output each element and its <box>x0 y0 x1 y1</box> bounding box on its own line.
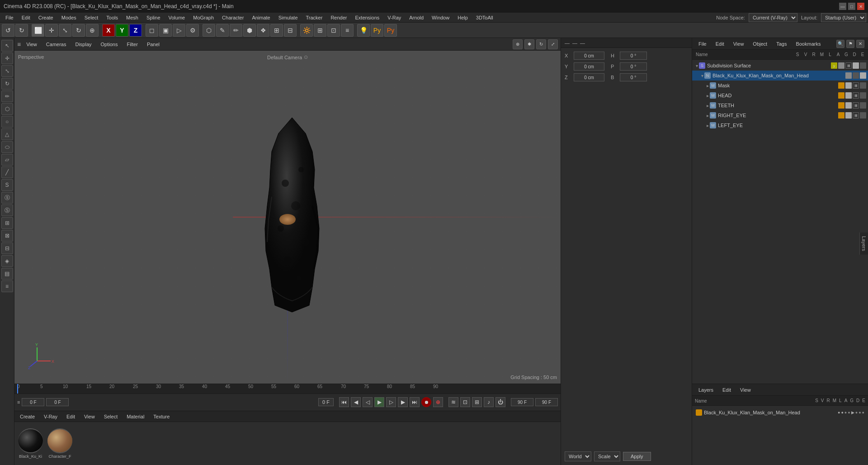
minimize-button[interactable]: — <box>839 3 846 10</box>
menu-render[interactable]: Render <box>327 14 350 21</box>
layer-icon-e[interactable]: ● <box>862 410 864 415</box>
select-tool-button[interactable]: ⬜ <box>32 24 44 37</box>
max-frame-input[interactable]: 90 F <box>535 398 558 406</box>
tool-line[interactable]: ╱ <box>1 166 13 178</box>
menu-spline[interactable]: Spline <box>143 14 164 21</box>
obj-right-eye[interactable]: ▸ M RIGHT_EYE ⊞ <box>692 110 868 120</box>
obj-left-eye[interactable]: ▸ M LEFT_EYE <box>692 120 868 130</box>
obj-mask[interactable]: ▸ M Mask ⊞ <box>692 81 868 90</box>
python2-button[interactable]: Py <box>384 24 397 37</box>
panel-menu[interactable]: Panel <box>143 41 163 48</box>
layer-icon-s[interactable]: ● <box>838 410 840 415</box>
tool-cube[interactable]: ⬡ <box>1 103 13 115</box>
layer-icon-a[interactable]: ▶ <box>851 410 854 415</box>
expand-icon-4[interactable]: ▸ <box>707 103 709 108</box>
close-button[interactable]: ✕ <box>857 3 864 10</box>
layout-select[interactable]: Startup (User) <box>821 13 866 22</box>
timeline2-button[interactable]: ⊞ <box>472 397 482 407</box>
menu-3dtoall[interactable]: 3DToAll <box>472 14 497 21</box>
play-button[interactable]: ▶ <box>374 397 384 407</box>
hamburger-tl[interactable]: ≡ <box>17 399 20 405</box>
mat-texture-menu[interactable]: Texture <box>151 413 172 420</box>
x-axis-button[interactable]: X <box>102 24 115 37</box>
tag-5b[interactable] <box>845 112 852 119</box>
tag-dark-0[interactable] <box>860 62 866 69</box>
viewport-nav-3[interactable]: ↻ <box>536 39 546 49</box>
obj-file-menu[interactable]: File <box>696 40 709 47</box>
tag-white-0[interactable] <box>853 62 859 69</box>
render-settings-button[interactable]: ⚙ <box>186 24 199 37</box>
obj-tags-menu[interactable]: Tags <box>774 40 789 47</box>
snap-button[interactable]: ⊟ <box>284 24 297 37</box>
coord-y-input[interactable]: 0 cm <box>574 62 604 71</box>
tool-move[interactable]: ✛ <box>1 52 13 64</box>
tool-nurbs[interactable]: ⓢ <box>1 192 13 204</box>
layers-side-tab[interactable]: Layers <box>859 232 868 255</box>
viewport-nav-4[interactable]: ⤢ <box>548 39 558 49</box>
sound-button[interactable]: ♪ <box>484 397 494 407</box>
tool-plane[interactable]: ▱ <box>1 154 13 166</box>
obj-head[interactable]: ▸ M HEAD ⊞ <box>692 90 868 100</box>
coord-x-input[interactable]: 0 cm <box>574 52 604 60</box>
mat-edit-menu[interactable]: Edit <box>64 413 78 420</box>
align-button[interactable]: ⊡ <box>327 24 340 37</box>
coord-z-input[interactable]: 0 cm <box>574 73 604 81</box>
move-tool-button[interactable]: ✛ <box>45 24 58 37</box>
tag-1a[interactable] <box>845 72 852 79</box>
python-button[interactable]: Py <box>371 24 383 37</box>
tool-pen[interactable]: ✏ <box>1 90 13 102</box>
tag-5a[interactable] <box>838 112 844 119</box>
expand-icon-6[interactable]: ▸ <box>707 123 709 128</box>
scale-tool-button[interactable]: ⤡ <box>59 24 71 37</box>
mat-vray-menu[interactable]: V-Ray <box>41 413 60 420</box>
layer-icon-d[interactable]: ● <box>859 410 861 415</box>
mat-create-menu[interactable]: Create <box>17 413 38 420</box>
viewport-nav-2[interactable]: ✱ <box>524 39 534 49</box>
tool-vertex[interactable]: ◈ <box>1 255 13 267</box>
tag-4b[interactable] <box>845 102 852 109</box>
perspective-button[interactable]: ⬡ <box>203 24 215 37</box>
goto-end-button[interactable]: ⏭ <box>410 397 420 407</box>
tool-spline[interactable]: S <box>1 179 13 191</box>
menu-window[interactable]: Window <box>428 14 453 21</box>
tag-grid-0[interactable]: ⊞ <box>845 62 852 69</box>
obj-filter-button[interactable]: ⚑ <box>846 40 854 48</box>
transform-button[interactable]: ⊕ <box>86 24 99 37</box>
redo-button[interactable]: ↻ <box>15 24 28 37</box>
menu-simulate[interactable]: Simulate <box>275 14 302 21</box>
tool-cloner[interactable]: ⊞ <box>1 217 13 229</box>
scale-select[interactable]: Scale <box>594 451 620 461</box>
tag-3c[interactable]: ⊞ <box>853 92 859 99</box>
obj-teeth[interactable]: ▸ M TEETH ⊞ <box>692 100 868 110</box>
tag-5d[interactable] <box>860 112 866 119</box>
tool-scale[interactable]: ⤡ <box>1 65 13 77</box>
tag-2b[interactable] <box>845 82 852 89</box>
filter-menu[interactable]: Filter <box>123 41 141 48</box>
start-frame-input[interactable]: 0 F <box>46 398 69 406</box>
layer-icon-g[interactable]: ● <box>855 410 858 415</box>
layers-view-menu[interactable]: View <box>737 386 754 394</box>
hamburger-icon[interactable]: ≡ <box>17 41 21 48</box>
layer-item-0[interactable]: Black_Ku_Klux_Klan_Mask_on_Man_Head ● ● … <box>694 408 866 418</box>
menu-arnold[interactable]: Arnold <box>406 14 427 21</box>
expand-icon-3[interactable]: ▸ <box>707 93 709 98</box>
tool-edge[interactable]: ▤ <box>1 268 13 280</box>
paint-button[interactable]: ✏ <box>230 24 242 37</box>
render-view-button[interactable]: ▷ <box>173 24 185 37</box>
y-axis-button[interactable]: Y <box>116 24 128 37</box>
menu-extensions[interactable]: Extensions <box>351 14 383 21</box>
tag-1b[interactable] <box>853 72 859 79</box>
coord-p-input[interactable]: 0 ° <box>620 62 647 71</box>
apply-button[interactable]: Apply <box>623 452 651 461</box>
menu-file[interactable]: File <box>2 14 17 21</box>
menu-tracker[interactable]: Tracker <box>302 14 326 21</box>
menu-edit[interactable]: Edit <box>18 14 34 21</box>
view-menu[interactable]: View <box>23 41 41 48</box>
end-frame-input[interactable]: 90 F <box>511 398 533 406</box>
goto-start-button[interactable]: ⏮ <box>339 397 349 407</box>
power-button[interactable]: ⏻ <box>495 397 505 407</box>
menu-create[interactable]: Create <box>35 14 57 21</box>
mat-select-menu[interactable]: Select <box>101 413 121 420</box>
menu-mograph[interactable]: MoGraph <box>189 14 217 21</box>
preview-button[interactable]: ⊡ <box>460 397 470 407</box>
